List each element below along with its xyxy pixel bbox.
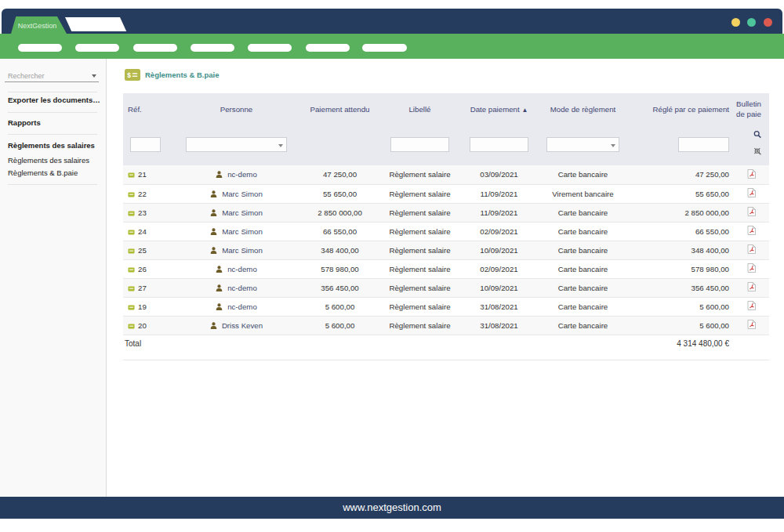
- svg-text:$: $: [127, 71, 131, 79]
